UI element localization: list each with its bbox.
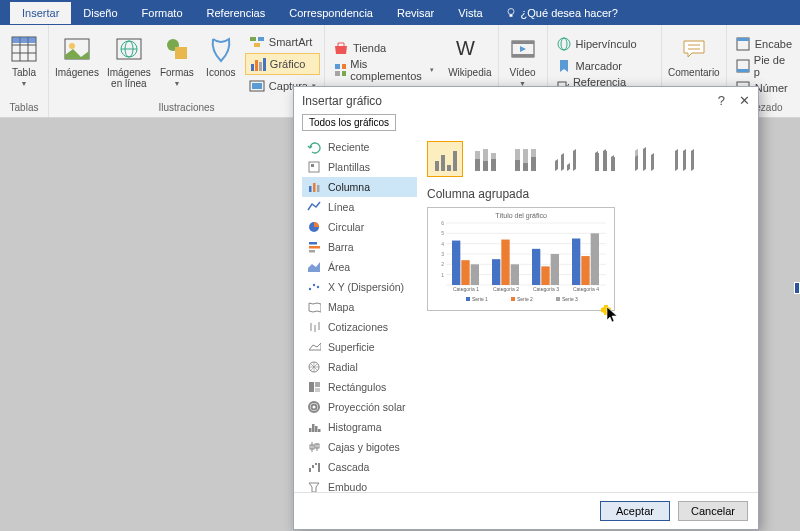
chart-type-radial[interactable]: Radial [302, 357, 417, 377]
svg-rect-24 [252, 83, 262, 89]
chart-type-icon [306, 460, 322, 474]
dialog-tab-all-charts[interactable]: Todos los gráficos [302, 114, 396, 131]
tab-correspondencia[interactable]: Correspondencia [277, 2, 385, 24]
svg-rect-64 [315, 388, 320, 392]
svg-text:Categoría 2: Categoría 2 [493, 286, 519, 292]
column-subtype-5[interactable] [627, 141, 663, 177]
formas-label: Formas [160, 67, 194, 78]
svg-text:Serie 2: Serie 2 [517, 296, 533, 302]
hipervinculo-button[interactable]: Hipervínculo [552, 33, 657, 55]
svg-rect-28 [342, 71, 346, 76]
pie-button[interactable]: Pie de p [731, 55, 796, 77]
grafico-button[interactable]: Gráfico [245, 53, 320, 75]
chart-preview[interactable]: Título del gráfico 123456Categoría 1Cate… [427, 207, 615, 311]
column-subtype-4[interactable] [587, 141, 623, 177]
svg-rect-111 [452, 241, 460, 285]
tab-vista[interactable]: Vista [446, 2, 494, 24]
svg-rect-1 [509, 14, 512, 16]
column-subtype-1[interactable] [467, 141, 503, 177]
help-button[interactable]: ? [718, 93, 725, 108]
chart-type-rect-ngulos[interactable]: Rectángulos [302, 377, 417, 397]
svg-text:Serie 3: Serie 3 [562, 296, 578, 302]
chart-type-label: Histograma [328, 421, 382, 433]
svg-rect-27 [335, 71, 340, 76]
video-icon [509, 33, 537, 65]
chart-type-cotizaciones[interactable]: Cotizaciones [302, 317, 417, 337]
tabla-label: Tabla [12, 67, 36, 78]
chart-type--rea[interactable]: Área [302, 257, 417, 277]
chart-type-embudo[interactable]: Embudo [302, 477, 417, 492]
header-icon [735, 36, 751, 52]
marcador-button[interactable]: Marcador [552, 55, 657, 77]
tienda-button[interactable]: Tienda [329, 37, 438, 59]
video-button[interactable]: Vídeo ▼ [503, 31, 543, 89]
smartart-button[interactable]: SmartArt [245, 31, 320, 53]
iconos-button[interactable]: Iconos [201, 31, 241, 80]
column-subtype-6[interactable] [667, 141, 703, 177]
svg-rect-87 [475, 151, 480, 159]
chart-type-circular[interactable]: Circular [302, 217, 417, 237]
svg-rect-121 [551, 254, 559, 285]
chart-type-icon [306, 400, 322, 414]
tab-insertar[interactable]: Insertar [10, 2, 71, 24]
chart-type-label: Rectángulos [328, 381, 386, 393]
column-subtype-2[interactable] [507, 141, 543, 177]
chart-type-barra[interactable]: Barra [302, 237, 417, 257]
ok-button[interactable]: Aceptar [600, 501, 670, 521]
svg-rect-20 [255, 60, 258, 71]
video-label: Vídeo [509, 67, 535, 78]
online-image-icon [115, 33, 143, 65]
chart-type-icon [306, 340, 322, 354]
tab-referencias[interactable]: Referencias [195, 2, 278, 24]
tab-diseno[interactable]: Diseño [71, 2, 129, 24]
svg-text:Categoría 1: Categoría 1 [453, 286, 479, 292]
mis-complementos-button[interactable]: Mis complementos ▾ [329, 59, 438, 81]
svg-rect-75 [309, 468, 311, 472]
svg-rect-112 [461, 260, 469, 285]
cancel-button[interactable]: Cancelar [678, 501, 748, 521]
chart-type-x-y-dispersi-n-[interactable]: X Y (Dispersión) [302, 277, 417, 297]
chart-type-label: Cajas y bigotes [328, 441, 400, 453]
svg-text:Serie 1: Serie 1 [472, 296, 488, 302]
chart-type-reciente[interactable]: Reciente [302, 137, 417, 157]
imagenes-en-linea-button[interactable]: Imágenes en línea [105, 31, 153, 91]
svg-rect-40 [737, 38, 749, 41]
tell-me-search[interactable]: ¿Qué desea hacer? [505, 7, 618, 19]
chart-type-icon [306, 380, 322, 394]
svg-point-0 [508, 8, 514, 14]
chart-type-label: Línea [328, 201, 354, 213]
chart-type-proyecci-n-solar[interactable]: Proyección solar [302, 397, 417, 417]
chart-type-cascada[interactable]: Cascada [302, 457, 417, 477]
close-button[interactable]: ✕ [739, 93, 750, 108]
column-subtype-3[interactable] [547, 141, 583, 177]
tabla-button[interactable]: Tabla ▼ [4, 31, 44, 89]
chart-type-mapa[interactable]: Mapa [302, 297, 417, 317]
tab-formato[interactable]: Formato [130, 2, 195, 24]
imagenes-button[interactable]: Imágenes [53, 31, 101, 80]
store-icon [333, 40, 349, 56]
chart-type-l-nea[interactable]: Línea [302, 197, 417, 217]
chevron-down-icon: ▼ [173, 80, 180, 87]
svg-rect-70 [318, 429, 321, 432]
wikipedia-button[interactable]: W Wikipedia [446, 31, 493, 80]
svg-rect-63 [315, 382, 320, 387]
chart-type-superficie[interactable]: Superficie [302, 337, 417, 357]
hipervinculo-label: Hipervínculo [576, 38, 637, 50]
svg-rect-17 [258, 37, 264, 41]
formas-button[interactable]: Formas ▼ [157, 31, 197, 89]
encabezado-button[interactable]: Encabe [731, 33, 796, 55]
column-subtype-0[interactable] [427, 141, 463, 177]
imagenes-en-linea-label: Imágenes en línea [107, 67, 151, 89]
chart-type-label: Barra [328, 241, 354, 253]
chart-type-columna[interactable]: Columna [302, 177, 417, 197]
chart-type-plantillas[interactable]: Plantillas [302, 157, 417, 177]
group-tablas-label: Tablas [10, 100, 39, 115]
footer-icon [735, 58, 750, 74]
subtype-icon [509, 143, 541, 175]
comentario-button[interactable]: Comentario [666, 31, 722, 80]
svg-text:5: 5 [441, 230, 444, 236]
chart-type-cajas-y-bigotes[interactable]: Cajas y bigotes [302, 437, 417, 457]
tab-revisar[interactable]: Revisar [385, 2, 446, 24]
chart-type-histograma[interactable]: Histograma [302, 417, 417, 437]
group-ilustraciones: Imágenes Imágenes en línea Formas ▼ Icon… [49, 25, 325, 117]
